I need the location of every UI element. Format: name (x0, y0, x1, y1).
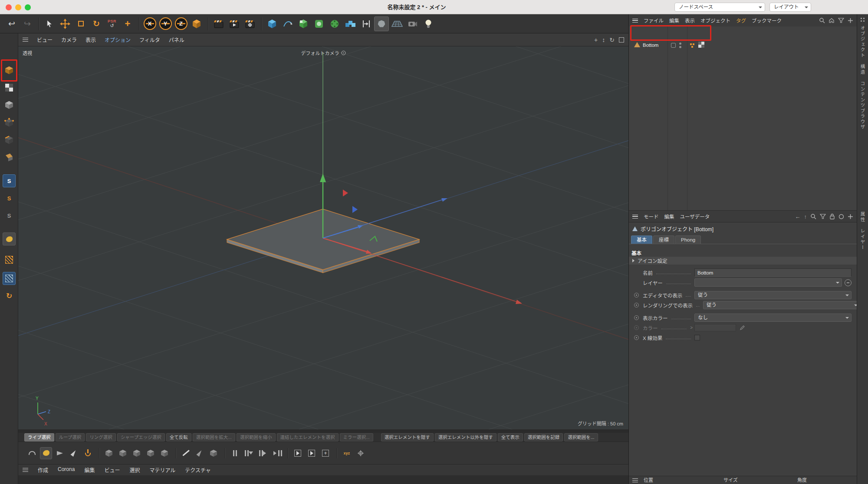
viewport-menu-item[interactable]: フィルタ (139, 36, 160, 43)
lower-menu-item[interactable]: 作成 (38, 466, 48, 474)
extrude-tool[interactable] (103, 447, 115, 459)
icon-settings-group[interactable]: アイコン設定 (629, 257, 857, 265)
dolly-view-icon[interactable]: ↕ (602, 37, 605, 43)
object-manager-menu-item[interactable]: タグ (736, 17, 746, 24)
viewport-menu-item[interactable]: パネル (169, 36, 184, 43)
guide-button[interactable] (358, 16, 373, 31)
lower-menu-item[interactable]: Corona (58, 466, 75, 474)
deformer-button[interactable] (327, 16, 342, 31)
attribute-manager-menu-icon[interactable] (632, 215, 638, 219)
selection-command-button[interactable]: 選択範囲を縮小 (237, 433, 276, 441)
instance-array-button[interactable] (343, 16, 358, 31)
attribute-manager-menu-item[interactable]: モード (644, 213, 659, 220)
selection-command-button[interactable]: シャープエッジ選択 (117, 433, 165, 441)
selection-command-button[interactable]: 選択範囲を... (564, 433, 598, 441)
rotate-view-icon[interactable]: ↻ (609, 37, 615, 43)
pan-view-icon[interactable]: + (594, 37, 598, 43)
dock-grip-icon[interactable] (861, 18, 862, 19)
back-arrow-icon[interactable]: ← (795, 214, 801, 219)
texture-mode-button[interactable] (3, 81, 16, 94)
layer-chip-icon[interactable] (671, 43, 676, 48)
minimize-window-button[interactable] (15, 4, 21, 10)
axis-rotate-button[interactable]: ↻ (3, 289, 16, 302)
home-icon[interactable] (829, 17, 835, 23)
dock-tab[interactable]: レイヤー (860, 229, 866, 250)
uvw-tag-icon[interactable] (698, 42, 704, 48)
up-arrow-icon[interactable]: ↑ (804, 214, 807, 219)
y-axis-lock-button[interactable]: Y (158, 16, 173, 31)
search-icon[interactable] (819, 17, 825, 23)
attribute-manager-menu-item[interactable]: 編集 (664, 213, 674, 220)
selection-command-button[interactable]: リング選択 (86, 433, 116, 441)
distribute-tool[interactable] (270, 447, 283, 459)
viewport-menu-item[interactable]: 表示 (85, 36, 96, 43)
smooth-shift-tool[interactable] (131, 447, 143, 459)
modeling-tool-button[interactable] (374, 16, 389, 31)
align-right-tool[interactable] (256, 447, 269, 459)
box-add-tool[interactable]: + (319, 447, 332, 459)
dock-tab[interactable]: コンテンツブラウザ (860, 81, 866, 130)
scale-tool-button[interactable] (73, 16, 88, 31)
selection-command-button[interactable]: 選択エレメントを隠す (381, 433, 434, 441)
object-manager-menu-item[interactable]: 編集 (669, 17, 679, 24)
z-handle-flag[interactable] (352, 206, 358, 213)
selection-command-button[interactable]: ライブ選択 (24, 433, 54, 441)
object-manager-menu-icon[interactable] (632, 19, 638, 23)
paint-selection-button[interactable] (3, 232, 16, 245)
lower-menu-icon[interactable] (23, 468, 28, 472)
object-name[interactable]: Bottom (643, 43, 658, 48)
undo-button[interactable]: ↩ (4, 16, 19, 31)
animation-dot-icon[interactable] (634, 315, 639, 320)
x-axis-lock-button[interactable]: X (142, 16, 157, 31)
camera-label[interactable]: デフォルトカメラ (301, 49, 346, 56)
coordinate-menu-icon[interactable] (632, 478, 638, 482)
filter-icon[interactable] (838, 17, 844, 23)
search-icon[interactable] (810, 213, 816, 219)
object-list[interactable]: Bottom (629, 26, 857, 210)
light-button[interactable] (421, 16, 436, 31)
points-mode-button[interactable] (3, 116, 16, 129)
selection-command-button[interactable]: 選択範囲を記録 (524, 433, 563, 441)
slide-tool[interactable] (229, 447, 241, 459)
x-handle-flag[interactable] (343, 190, 348, 196)
magnet-tool[interactable] (82, 447, 94, 459)
tab-phong[interactable]: Phong (675, 235, 701, 244)
viewport-menu-item[interactable]: ビュー (37, 36, 53, 43)
name-field[interactable] (694, 268, 852, 277)
spline-arc-tool[interactable] (26, 447, 38, 459)
redo-button[interactable]: ↪ (20, 16, 35, 31)
tab-basic[interactable]: 基本 (631, 235, 652, 244)
attribute-manager-menu-item[interactable]: ユーザデータ (680, 213, 710, 220)
sculpt-pen-tool[interactable] (68, 447, 80, 459)
object-manager-menu-item[interactable]: 表示 (685, 17, 695, 24)
z-axis-lock-button[interactable]: Z (174, 16, 188, 31)
filter-icon[interactable] (820, 213, 826, 219)
dock-tab[interactable]: 属性 (860, 212, 866, 222)
polygons-mode-button[interactable] (3, 151, 16, 164)
hatch-workplane-button[interactable] (3, 272, 16, 285)
maximize-view-icon[interactable] (619, 37, 624, 43)
display-color-dropdown[interactable]: なし (694, 314, 852, 322)
move-tool-button[interactable] (58, 16, 72, 31)
snap-settings-button[interactable]: S (3, 209, 16, 222)
snap-enable-button[interactable]: S (3, 174, 16, 187)
selection-command-button[interactable]: 連結したエレメントを選択 (277, 433, 339, 441)
align-down-tool[interactable] (243, 447, 255, 459)
optimize-tool[interactable] (355, 447, 367, 459)
edges-mode-button[interactable] (3, 134, 16, 147)
object-manager-menu-item[interactable]: オブジェクト (700, 17, 730, 24)
dock-tab[interactable]: オブジェクト (860, 26, 866, 58)
add-plus-button[interactable]: + (120, 16, 135, 31)
selection-command-button[interactable]: 全て反転 (166, 433, 191, 441)
snap-modes-button[interactable]: S (3, 192, 16, 205)
layer-picker-icon[interactable] (845, 279, 852, 286)
coordinate-system-button[interactable] (189, 16, 204, 31)
lower-menu-item[interactable]: 選択 (129, 466, 140, 474)
workplane-mode-button[interactable] (3, 98, 16, 111)
lower-menu-item[interactable]: テクスチャ (185, 466, 211, 474)
model-mode-button[interactable] (3, 64, 16, 77)
extrude-inner-tool[interactable] (117, 447, 129, 459)
animation-dot-icon[interactable] (634, 293, 639, 298)
visibility-dots-icon[interactable] (679, 43, 681, 45)
xray-checkbox[interactable] (694, 335, 700, 340)
